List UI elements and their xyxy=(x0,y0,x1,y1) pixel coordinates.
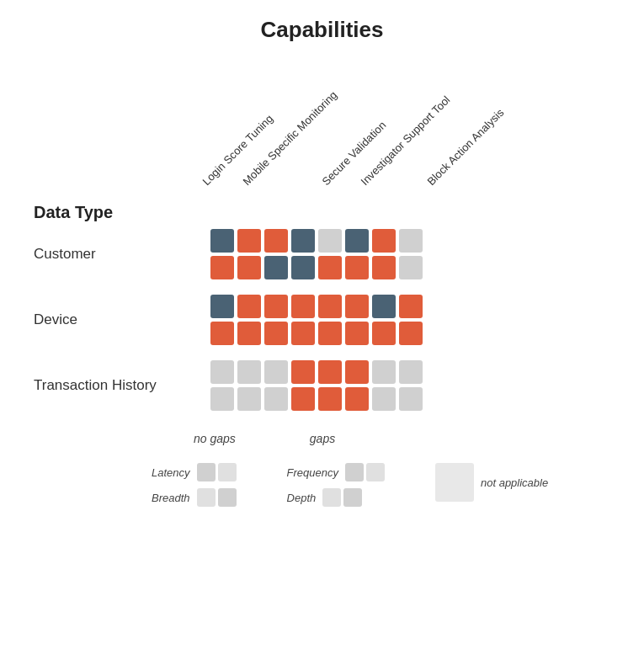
cell xyxy=(291,229,315,253)
cell xyxy=(291,360,315,384)
device-subrow-0 xyxy=(210,295,423,318)
cell xyxy=(372,229,396,253)
device-subrow-1 xyxy=(210,322,423,345)
cell xyxy=(399,360,423,384)
cell xyxy=(210,360,234,384)
cell xyxy=(318,360,342,384)
cell xyxy=(264,295,288,318)
breadth-label: Breadth xyxy=(152,492,190,504)
cell xyxy=(237,322,261,345)
transaction-row: Transaction History xyxy=(25,360,619,411)
legend-col-3: not applicable xyxy=(435,463,548,507)
latency-label: Latency xyxy=(152,466,190,479)
legend-types: Latency Breadth Frequency xyxy=(152,463,619,507)
not-applicable-item: not applicable xyxy=(435,463,548,502)
cell xyxy=(318,256,342,279)
cell xyxy=(237,295,261,318)
cell xyxy=(399,256,423,279)
frequency-label: Frequency xyxy=(287,466,338,479)
cell xyxy=(318,387,342,411)
transaction-subrow-1 xyxy=(210,387,423,411)
legend-frequency: Frequency xyxy=(287,463,385,481)
cell xyxy=(372,360,396,384)
not-applicable-cell xyxy=(435,463,474,502)
cell xyxy=(237,387,261,411)
frequency-cells xyxy=(345,463,385,481)
legend-latency: Latency xyxy=(152,463,237,481)
cell xyxy=(291,295,315,318)
cell xyxy=(345,322,369,345)
legend-col-2: Frequency Depth xyxy=(287,463,385,507)
not-applicable-label: not applicable xyxy=(481,476,548,489)
legend-orange xyxy=(278,428,300,450)
cell xyxy=(210,387,234,411)
breadth-cells xyxy=(197,488,237,507)
cell xyxy=(264,322,288,345)
device-label: Device xyxy=(25,311,210,328)
customer-cells xyxy=(210,229,423,279)
cell xyxy=(372,387,396,411)
cell xyxy=(264,387,288,411)
legend-area: no gaps gaps xyxy=(194,428,619,450)
legend-dark-blue xyxy=(246,428,268,450)
cell xyxy=(237,229,261,253)
no-gaps-label: no gaps xyxy=(194,432,236,445)
data-type-label: Data Type xyxy=(34,203,619,222)
cell xyxy=(345,360,369,384)
cell xyxy=(197,463,216,481)
legend-gaps-row: no gaps gaps xyxy=(194,428,619,450)
customer-subrow-0 xyxy=(210,229,423,253)
cell xyxy=(372,256,396,279)
cell xyxy=(318,322,342,345)
transaction-label: Transaction History xyxy=(25,377,210,394)
cell xyxy=(345,229,369,253)
cell xyxy=(291,322,315,345)
cell xyxy=(372,295,396,318)
device-cells xyxy=(210,295,423,345)
cell xyxy=(264,229,288,253)
customer-subrow-1 xyxy=(210,256,423,279)
cell xyxy=(291,387,315,411)
cell xyxy=(318,229,342,253)
page: Capabilities Login Score Tuning Mobile S… xyxy=(0,0,644,665)
cell xyxy=(318,295,342,318)
latency-cells xyxy=(197,463,237,481)
customer-label: Customer xyxy=(25,246,210,263)
cell xyxy=(372,322,396,345)
legend-depth: Depth xyxy=(287,488,385,507)
cell xyxy=(218,488,237,507)
cell xyxy=(210,322,234,345)
cell xyxy=(399,295,423,318)
cell xyxy=(345,463,364,481)
cell xyxy=(218,463,237,481)
cell xyxy=(322,488,341,507)
cell xyxy=(366,463,385,481)
cell xyxy=(345,256,369,279)
cell xyxy=(237,360,261,384)
customer-row: Customer xyxy=(25,229,619,279)
cell xyxy=(399,229,423,253)
page-title: Capabilities xyxy=(25,17,619,43)
cell xyxy=(345,387,369,411)
cell xyxy=(264,256,288,279)
cell xyxy=(210,229,234,253)
cell xyxy=(210,295,234,318)
cell xyxy=(197,488,216,507)
cell xyxy=(343,488,362,507)
cell xyxy=(399,387,423,411)
legend-col-1: Latency Breadth xyxy=(152,463,237,507)
col-header-5: Block Action Analysis xyxy=(448,175,505,194)
column-headers: Login Score Tuning Mobile Specific Monit… xyxy=(219,51,619,194)
device-row: Device xyxy=(25,295,619,345)
cell xyxy=(210,256,234,279)
depth-cells xyxy=(322,488,362,507)
cell xyxy=(264,360,288,384)
transaction-cells xyxy=(210,360,423,411)
cell xyxy=(345,295,369,318)
cell xyxy=(291,256,315,279)
cell xyxy=(237,256,261,279)
cell xyxy=(399,322,423,345)
legend-breadth: Breadth xyxy=(152,488,237,507)
gaps-label: gaps xyxy=(310,432,335,445)
transaction-subrow-0 xyxy=(210,360,423,384)
